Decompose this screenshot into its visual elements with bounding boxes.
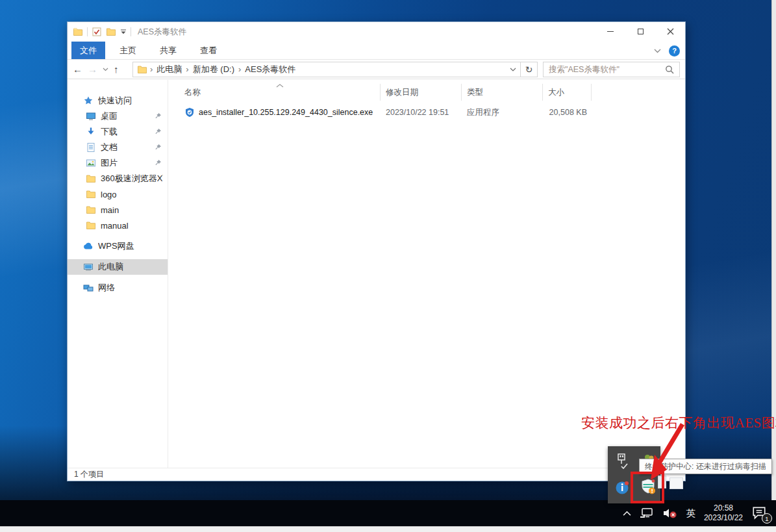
file-name: aes_installer_10.255.129.249_4430_silenc…: [199, 108, 373, 117]
file-size: 20,508 KB: [543, 108, 592, 117]
search-box[interactable]: [543, 62, 680, 77]
tab-share[interactable]: 共享: [151, 42, 186, 59]
explorer-folder-icon: [73, 27, 83, 37]
navigation-pane: 快速访问 桌面 下载 文档 图片: [68, 80, 168, 468]
column-header-label: 修改日期: [386, 87, 418, 98]
sidebar-item-quick-access[interactable]: 快速访问: [68, 93, 168, 108]
annotation-text: 安装成功之后右下角出现AES图标: [581, 414, 776, 432]
clock-date: 2023/10/22: [704, 513, 743, 523]
sidebar-item-manual[interactable]: manual: [68, 218, 168, 233]
item-count: 1 个项目: [74, 469, 104, 480]
document-icon: [86, 142, 96, 153]
sidebar-item-network[interactable]: 网络: [68, 280, 168, 296]
breadcrumb-this-pc[interactable]: 此电脑: [155, 64, 183, 75]
folder-icon: [86, 220, 96, 231]
breadcrumb-separator: ›: [186, 64, 188, 74]
clock[interactable]: 20:58 2023/10/22: [704, 503, 743, 523]
maximize-button[interactable]: [625, 22, 655, 41]
sidebar-item-this-pc[interactable]: 此电脑: [68, 259, 168, 275]
installer-shield-icon: [184, 107, 195, 118]
pin-icon[interactable]: [155, 159, 162, 166]
minimize-icon: [607, 31, 614, 32]
sidebar-item-logo[interactable]: logo: [68, 186, 168, 202]
breadcrumb-separator: ›: [150, 64, 153, 74]
breadcrumb-current-folder[interactable]: AES杀毒软件: [244, 64, 297, 75]
column-header-name[interactable]: 名称: [168, 84, 381, 101]
clock-time: 20:58: [704, 503, 743, 513]
sort-ascending-chevron-icon: [276, 84, 284, 88]
input-language-indicator[interactable]: 英: [686, 507, 695, 520]
file-type: 应用程序: [462, 107, 543, 118]
new-folder-icon[interactable]: [106, 27, 116, 37]
sidebar-item-documents[interactable]: 文档: [68, 140, 168, 155]
tab-file[interactable]: 文件: [71, 42, 105, 59]
desktop-icon: [86, 111, 96, 121]
toolbar-separator: [131, 27, 131, 36]
sidebar-item-label: WPS网盘: [98, 240, 134, 252]
sidebar-item-360-downloads[interactable]: 360极速浏览器X下载: [68, 171, 168, 186]
column-header-size[interactable]: 大小: [543, 84, 592, 101]
address-dropdown-chevron-icon[interactable]: [510, 68, 516, 71]
sidebar-item-wps-cloud[interactable]: WPS网盘: [68, 238, 168, 254]
file-date: 2023/10/22 19:51: [381, 108, 462, 117]
quick-access-star-icon: [83, 95, 94, 106]
sidebar-item-label: logo: [101, 190, 117, 199]
sidebar-item-desktop[interactable]: 桌面: [68, 108, 168, 124]
sidebar-item-label: 360极速浏览器X下载: [101, 173, 163, 184]
ribbon-tabs: 文件 主页 共享 查看 ?: [68, 42, 685, 60]
system-tray: 英 20:58 2023/10/22 1: [623, 500, 768, 526]
network-status-icon[interactable]: [640, 507, 654, 519]
breadcrumb-separator: ›: [238, 64, 241, 74]
qat-customize-caret-icon[interactable]: [120, 29, 127, 34]
ribbon-expand-chevron-icon[interactable]: [654, 49, 661, 53]
window-title: AES杀毒软件: [138, 27, 186, 38]
pin-icon[interactable]: [155, 112, 162, 120]
pin-icon[interactable]: [155, 128, 162, 135]
column-header-date[interactable]: 修改日期: [381, 84, 462, 101]
host-scrollbar-strip[interactable]: [771, 0, 776, 527]
sidebar-item-pictures[interactable]: 图片: [68, 155, 168, 171]
tab-home[interactable]: 主页: [110, 42, 145, 59]
search-icon[interactable]: [665, 65, 674, 74]
sidebar-item-main[interactable]: main: [68, 202, 168, 218]
folder-icon: [86, 173, 96, 184]
column-header-type[interactable]: 类型: [462, 84, 543, 101]
help-icon[interactable]: ?: [669, 45, 680, 57]
breadcrumb-drive-d[interactable]: 新加卷 (D:): [192, 64, 236, 75]
properties-check-icon[interactable]: [92, 27, 102, 37]
quick-access-toolbar: [68, 27, 131, 37]
action-center-button[interactable]: 1: [751, 505, 768, 521]
column-header-label: 类型: [467, 87, 483, 98]
minimize-button[interactable]: [595, 22, 625, 41]
up-button[interactable]: ↑: [114, 64, 119, 75]
sidebar-item-downloads[interactable]: 下载: [68, 124, 168, 140]
sidebar-item-label: main: [101, 205, 119, 215]
close-icon: [667, 28, 674, 35]
address-breadcrumb[interactable]: › 此电脑 › 新加卷 (D:) › AES杀毒软件: [132, 62, 521, 77]
sidebar-item-label: 网络: [98, 282, 115, 294]
sidebar-item-label: 下载: [101, 126, 118, 138]
volume-muted-icon[interactable]: [662, 507, 677, 519]
notification-count-badge: 1: [762, 513, 772, 524]
close-button[interactable]: [655, 22, 685, 41]
forward-button[interactable]: →: [88, 64, 97, 75]
refresh-button[interactable]: ↻: [521, 62, 538, 77]
host-bottom-strip: [0, 526, 776, 532]
column-headers: 名称 修改日期 类型 大小: [168, 84, 685, 101]
search-input[interactable]: [549, 65, 665, 74]
computer-icon: [83, 262, 94, 272]
sidebar-item-label: 图片: [101, 157, 118, 169]
recent-locations-chevron-icon[interactable]: [103, 68, 108, 71]
show-hidden-icons-chevron-icon[interactable]: [623, 511, 631, 516]
sidebar-item-label: 桌面: [101, 110, 118, 122]
tab-view[interactable]: 查看: [191, 42, 226, 59]
back-button[interactable]: ←: [73, 64, 82, 75]
network-icon: [83, 283, 94, 293]
file-row[interactable]: aes_installer_10.255.129.249_4430_silenc…: [168, 105, 685, 120]
pin-icon[interactable]: [155, 144, 162, 151]
sidebar-item-label: manual: [101, 221, 129, 231]
toolbar-separator: [87, 27, 88, 36]
sidebar-item-label: 此电脑: [98, 261, 123, 273]
sidebar-item-label: 快速访问: [98, 95, 132, 107]
sidebar-item-label: 文档: [101, 142, 118, 153]
